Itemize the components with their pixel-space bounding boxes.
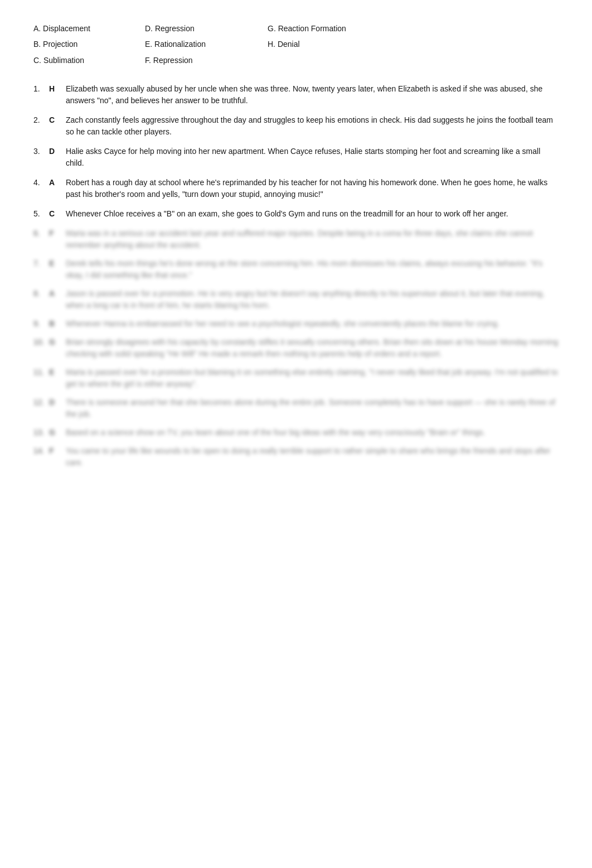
question-1-number: 1. xyxy=(33,83,49,107)
option-d: D. Regression xyxy=(145,22,268,35)
question-5-text: Whenever Chloe receives a "B" on an exam… xyxy=(66,208,559,220)
blurred-question-6: 6. F Maria was in a serious car accident… xyxy=(33,228,559,251)
blurred-question-7: 7. E Derek tells his mom things he's don… xyxy=(33,258,559,281)
blurred-10-answer: G xyxy=(49,336,66,360)
blurred-9-number: 9. xyxy=(33,318,49,330)
blurred-13-answer: G xyxy=(49,427,66,438)
blurred-question-10: 10. G Brian strongly disagrees with his … xyxy=(33,336,559,360)
question-2-answer: C xyxy=(49,114,66,138)
question-4: 4. A Robert has a rough day at school wh… xyxy=(33,177,559,200)
blurred-11-answer: E xyxy=(49,367,66,390)
question-3-answer: D xyxy=(49,146,66,169)
blurred-section: 6. F Maria was in a serious car accident… xyxy=(33,228,559,469)
option-g: G. Reaction Formation xyxy=(268,22,413,35)
blurred-question-14: 14. F You came to your life like wounds … xyxy=(33,445,559,469)
blurred-11-number: 11. xyxy=(33,367,49,390)
blurred-11-text: Maria is passed over for a promotion but… xyxy=(66,367,559,390)
blurred-12-number: 12. xyxy=(33,397,49,420)
option-h: H. Denial xyxy=(268,38,413,50)
options-section: A. Displacement D. Regression G. Reactio… xyxy=(33,22,559,66)
blurred-question-11: 11. E Maria is passed over for a promoti… xyxy=(33,367,559,390)
blurred-7-number: 7. xyxy=(33,258,49,281)
blurred-question-8: 8. A Jason is passed over for a promotio… xyxy=(33,288,559,311)
blurred-13-number: 13. xyxy=(33,427,49,438)
option-e: E. Rationalization xyxy=(145,38,268,50)
blurred-10-text: Brian strongly disagrees with his capaci… xyxy=(66,336,559,360)
blurred-8-text: Jason is passed over for a promotion. He… xyxy=(66,288,559,311)
question-3-number: 3. xyxy=(33,146,49,169)
option-a: A. Displacement xyxy=(33,22,145,35)
blurred-12-answer: D xyxy=(49,397,66,420)
blurred-9-answer: B xyxy=(49,318,66,330)
blurred-question-13: 13. G Based on a science show on TV, you… xyxy=(33,427,559,438)
question-1-answer: H xyxy=(49,83,66,107)
blurred-7-answer: E xyxy=(49,258,66,281)
blurred-6-number: 6. xyxy=(33,228,49,251)
blurred-7-text: Derek tells his mom things he's done wro… xyxy=(66,258,559,281)
question-1-text: Elizabeth was sexually abused by her unc… xyxy=(66,83,559,107)
blurred-8-answer: A xyxy=(49,288,66,311)
question-5-number: 5. xyxy=(33,208,49,220)
question-1: 1. H Elizabeth was sexually abused by he… xyxy=(33,83,559,107)
questions-section: 1. H Elizabeth was sexually abused by he… xyxy=(33,83,559,220)
blurred-14-answer: F xyxy=(49,445,66,469)
options-grid: A. Displacement D. Regression G. Reactio… xyxy=(33,22,559,66)
option-b: B. Projection xyxy=(33,38,145,50)
question-4-number: 4. xyxy=(33,177,49,200)
question-3: 3. D Halie asks Cayce for help moving in… xyxy=(33,146,559,169)
question-2: 2. C Zach constantly feels aggressive th… xyxy=(33,114,559,138)
option-c: C. Sublimation xyxy=(33,54,145,66)
blurred-question-12: 12. D There is someone around her that s… xyxy=(33,397,559,420)
question-2-number: 2. xyxy=(33,114,49,138)
blurred-10-number: 10. xyxy=(33,336,49,360)
option-f: F. Repression xyxy=(145,54,268,66)
blurred-14-number: 14. xyxy=(33,445,49,469)
blurred-8-number: 8. xyxy=(33,288,49,311)
question-5: 5. C Whenever Chloe receives a "B" on an… xyxy=(33,208,559,220)
question-3-text: Halie asks Cayce for help moving into he… xyxy=(66,146,559,169)
question-4-answer: A xyxy=(49,177,66,200)
blurred-9-text: Whenever Hanna is embarrassed for her ne… xyxy=(66,318,559,330)
blurred-12-text: There is someone around her that she bec… xyxy=(66,397,559,420)
blurred-6-answer: F xyxy=(49,228,66,251)
question-2-text: Zach constantly feels aggressive through… xyxy=(66,114,559,138)
blurred-14-text: You came to your life like wounds to be … xyxy=(66,445,559,469)
blurred-13-text: Based on a science show on TV, you learn… xyxy=(66,427,559,438)
blurred-question-9: 9. B Whenever Hanna is embarrassed for h… xyxy=(33,318,559,330)
blurred-6-text: Maria was in a serious car accident last… xyxy=(66,228,559,251)
question-4-text: Robert has a rough day at school where h… xyxy=(66,177,559,200)
question-5-answer: C xyxy=(49,208,66,220)
